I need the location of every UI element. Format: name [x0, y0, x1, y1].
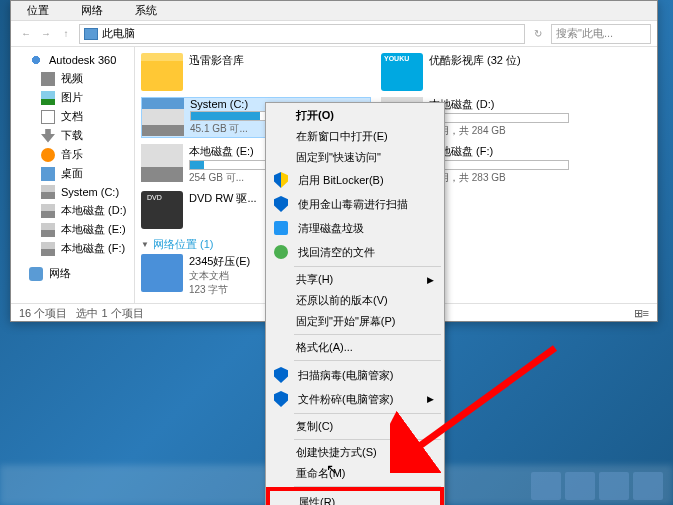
- selection-count: 选中 1 个项目: [76, 307, 143, 319]
- ctx-pin-quick[interactable]: 固定到"快速访问": [268, 147, 442, 168]
- clean-icon: [272, 219, 290, 237]
- ctx-file-shred[interactable]: 文件粉碎(电脑管家)▶: [268, 387, 442, 411]
- usage-bar: [429, 113, 569, 123]
- address-bar: ← → ↑ 此电脑 ↻ 搜索"此电...: [11, 21, 657, 47]
- ctx-open[interactable]: 打开(O): [268, 105, 442, 126]
- ctx-new-window[interactable]: 在新窗口中打开(E): [268, 126, 442, 147]
- ctx-copy[interactable]: 复制(C): [268, 416, 442, 437]
- shred-icon: [272, 390, 290, 408]
- ctx-clean-disk[interactable]: 清理磁盘垃圾: [268, 216, 442, 240]
- ctx-bitlocker[interactable]: 启用 BitLocker(B): [268, 168, 442, 192]
- picture-icon: [41, 91, 55, 105]
- item-count: 16 个项目: [19, 307, 67, 319]
- sidebar-diskd[interactable]: 本地磁盘 (D:): [11, 201, 134, 220]
- usage-bar: [429, 160, 569, 170]
- ctx-find-empty[interactable]: 找回清空的文件: [268, 240, 442, 264]
- shield-icon: [272, 195, 290, 213]
- cloud-icon: [29, 53, 43, 67]
- separator: [294, 360, 441, 361]
- separator: [294, 334, 441, 335]
- ribbon-tabs: 位置 网络 系统: [11, 1, 657, 21]
- submenu-arrow-icon: ▶: [427, 275, 434, 285]
- submenu-arrow-icon: ▶: [427, 394, 434, 404]
- folder-icon: [141, 53, 183, 91]
- document-icon: [41, 110, 55, 124]
- sidebar-music[interactable]: 音乐: [11, 145, 134, 164]
- address-text: 此电脑: [102, 26, 135, 41]
- view-toggle[interactable]: ⊞≡: [634, 307, 649, 320]
- shield-icon: [272, 171, 290, 189]
- drive-icon: [41, 242, 55, 256]
- ctx-jinshan-scan[interactable]: 使用金山毒霸进行扫描: [268, 192, 442, 216]
- drive-icon: [41, 185, 55, 199]
- ctx-pin-start[interactable]: 固定到"开始"屏幕(P): [268, 311, 442, 332]
- taskbar-app[interactable]: [633, 472, 663, 500]
- youku-icon: [381, 53, 423, 91]
- video-icon: [41, 72, 55, 86]
- separator: [294, 439, 441, 440]
- drive-icon: [141, 144, 183, 182]
- archive-icon: [141, 254, 183, 292]
- sidebar-autodesk[interactable]: Autodesk 360: [11, 51, 134, 69]
- network-icon: [29, 267, 43, 281]
- ctx-restore-version[interactable]: 还原以前的版本(V): [268, 290, 442, 311]
- ctx-share[interactable]: 共享(H)▶: [268, 269, 442, 290]
- context-menu: 打开(O) 在新窗口中打开(E) 固定到"快速访问" 启用 BitLocker(…: [265, 102, 445, 505]
- sidebar-docs[interactable]: 文档: [11, 107, 134, 126]
- sidebar-sysc[interactable]: System (C:): [11, 183, 134, 201]
- separator: [294, 266, 441, 267]
- sidebar-dl[interactable]: 下载: [11, 126, 134, 145]
- ctx-properties[interactable]: 属性(R): [266, 487, 444, 505]
- taskbar-items: [531, 472, 663, 500]
- sidebar-desktop[interactable]: 桌面: [11, 164, 134, 183]
- pc-icon: [84, 28, 98, 40]
- ctx-shortcut[interactable]: 创建快捷方式(S): [268, 442, 442, 463]
- system-drive-icon: [142, 98, 184, 136]
- refresh-button[interactable]: ↻: [529, 25, 547, 43]
- sidebar-pics[interactable]: 图片: [11, 88, 134, 107]
- sidebar-diske[interactable]: 本地磁盘 (E:): [11, 220, 134, 239]
- item-youku[interactable]: 优酷影视库 (32 位): [381, 53, 611, 91]
- cursor-icon: ↖: [326, 461, 338, 477]
- music-icon: [41, 148, 55, 162]
- ctx-rename[interactable]: 重命名(M): [268, 463, 442, 484]
- search-input[interactable]: 搜索"此电...: [551, 24, 651, 44]
- drive-icon: [41, 204, 55, 218]
- drive-icon: [41, 223, 55, 237]
- tab-system[interactable]: 系统: [119, 1, 173, 20]
- download-icon: [41, 129, 55, 143]
- item-xunlei[interactable]: 迅雷影音库: [141, 53, 371, 91]
- ctx-format[interactable]: 格式化(A)...: [268, 337, 442, 358]
- shield-icon: [272, 366, 290, 384]
- taskbar-app[interactable]: [565, 472, 595, 500]
- dvd-icon: [141, 191, 183, 229]
- taskbar-app[interactable]: [599, 472, 629, 500]
- taskbar-app[interactable]: [531, 472, 561, 500]
- nav-sidebar: Autodesk 360 视频 图片 文档 下载 音乐 桌面 System (C…: [11, 47, 135, 303]
- tab-network[interactable]: 网络: [65, 1, 119, 20]
- back-button[interactable]: ←: [17, 25, 35, 43]
- tab-location[interactable]: 位置: [11, 1, 65, 20]
- fwd-button[interactable]: →: [37, 25, 55, 43]
- desktop-icon: [41, 167, 55, 181]
- address-input[interactable]: 此电脑: [79, 24, 525, 44]
- sidebar-diskf[interactable]: 本地磁盘 (F:): [11, 239, 134, 258]
- restore-icon: [272, 243, 290, 261]
- sidebar-network[interactable]: 网络: [11, 264, 134, 283]
- up-button[interactable]: ↑: [57, 25, 75, 43]
- separator: [294, 413, 441, 414]
- sidebar-video[interactable]: 视频: [11, 69, 134, 88]
- ctx-scan-virus[interactable]: 扫描病毒(电脑管家): [268, 363, 442, 387]
